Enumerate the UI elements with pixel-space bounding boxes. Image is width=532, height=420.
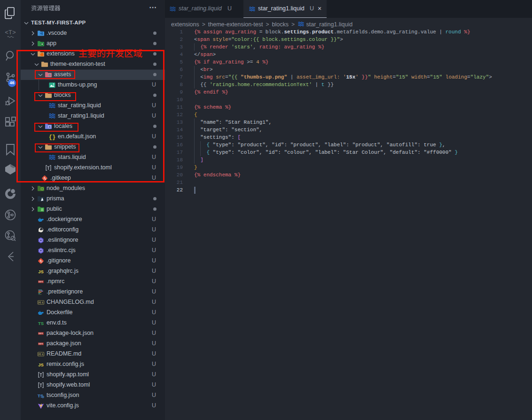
svg-text:<T>: <T> [5,29,16,36]
svg-text:JS: JS [38,269,43,274]
svg-text:TS: TS [38,321,44,326]
svg-text:JS: JS [38,362,43,367]
